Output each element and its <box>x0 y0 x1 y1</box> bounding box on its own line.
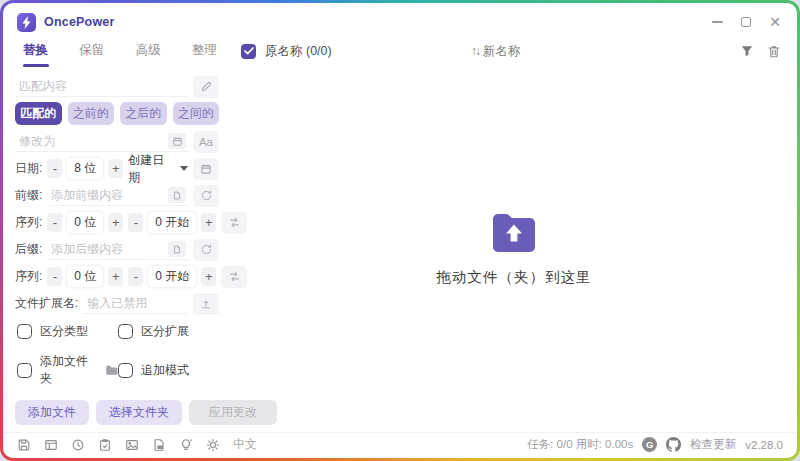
tab-bar: 替换 保留 高级 整理 <box>3 42 231 61</box>
calendar-icon[interactable] <box>168 133 186 149</box>
date-source-select[interactable]: 创建日期 <box>128 152 188 186</box>
original-name-header[interactable]: 原名称 (0/0) <box>265 43 332 60</box>
prefix-seq-start-minus-button[interactable]: - <box>128 213 143 232</box>
checkbox-icon[interactable] <box>118 324 133 339</box>
date-calendar-button[interactable] <box>193 158 219 180</box>
checkbox-icon[interactable] <box>17 324 32 339</box>
tab-organize[interactable]: 整理 <box>192 42 217 61</box>
trash-icon[interactable] <box>767 44 781 59</box>
date-label: 日期: <box>15 160 42 177</box>
app-title: OncePower <box>44 15 115 29</box>
language-switcher[interactable]: 中文 <box>233 436 257 453</box>
window-controls: ✕ <box>712 15 781 29</box>
lamp-icon[interactable] <box>179 438 193 452</box>
edit-icon[interactable] <box>193 76 219 98</box>
mode-matched-button[interactable]: 匹配的 <box>15 102 62 125</box>
folder-upload-icon <box>489 210 539 253</box>
option-add-folder[interactable]: 添加文件夹 <box>17 353 118 387</box>
sort-icon[interactable]: ↑↓ <box>471 44 479 58</box>
checkbox-icon[interactable] <box>118 363 133 378</box>
date-digits-minus-button[interactable]: - <box>47 159 62 178</box>
gitee-icon[interactable]: G <box>642 437 657 452</box>
extension-input[interactable] <box>83 293 188 314</box>
maximize-icon[interactable] <box>741 17 751 27</box>
prefix-seq-digits-minus-button[interactable]: - <box>47 213 62 232</box>
image-icon[interactable] <box>125 438 139 452</box>
prefix-refresh-icon[interactable] <box>193 185 219 207</box>
match-mode-group: 匹配的 之前的 之后的 之间的 <box>15 102 219 125</box>
prefix-seq-digits-plus-button[interactable]: + <box>108 213 123 232</box>
status-bar: 中文 任务: 0/0 用时: 0.00s G 检查更新 v2.28.0 <box>3 432 797 458</box>
check-update-link[interactable]: 检查更新 <box>690 437 736 452</box>
prefix-label: 前缀: <box>15 187 42 204</box>
action-buttons: 添加文件 选择文件夹 应用更改 <box>15 400 261 425</box>
replace-input[interactable] <box>15 131 168 151</box>
file-icon[interactable] <box>168 241 186 257</box>
prefix-sequence-row: 序列: - 0 位 + - 0 开始 + <box>15 211 219 234</box>
file-icon[interactable] <box>168 187 186 203</box>
prefix-row: 前缀: <box>15 184 219 207</box>
extension-label: 文件扩展名: <box>15 295 78 312</box>
minimize-icon[interactable] <box>712 21 723 23</box>
chevron-down-icon <box>180 166 188 171</box>
theme-sun-icon[interactable] <box>206 438 220 452</box>
option-append-mode[interactable]: 追加模式 <box>118 353 219 387</box>
clipboard-icon[interactable] <box>98 438 112 452</box>
date-digits-plus-button[interactable]: + <box>108 159 123 178</box>
prefix-seq-digits-value: 0 位 <box>67 212 103 233</box>
mode-after-button[interactable]: 之后的 <box>120 102 167 125</box>
app-window-inner: OncePower ✕ 替换 保留 高级 整理 原名称 (0/0) ↑↓ 新名称 <box>3 3 797 458</box>
suffix-seq-label: 序列: <box>15 268 42 285</box>
suffix-refresh-icon[interactable] <box>193 239 219 261</box>
app-logo-icon <box>17 13 36 32</box>
suffix-seq-digits-plus-button[interactable]: + <box>108 267 123 286</box>
prefix-input[interactable] <box>47 185 168 205</box>
save-icon[interactable] <box>17 438 31 452</box>
option-distinguish-type[interactable]: 区分类型 <box>17 323 118 340</box>
checkbox-icon[interactable] <box>17 363 32 378</box>
github-icon[interactable] <box>666 437 681 452</box>
suffix-seq-digits-minus-button[interactable]: - <box>47 267 62 286</box>
layout-icon[interactable] <box>44 438 58 452</box>
case-toggle-button[interactable]: Aa <box>193 131 219 153</box>
option-distinguish-extension[interactable]: 区分扩展 <box>118 323 219 340</box>
file-list-panel: 拖动文件（夹）到这里 <box>231 65 797 432</box>
select-all-checkbox[interactable] <box>241 44 256 59</box>
new-name-header-group[interactable]: ↑↓ 新名称 <box>471 43 521 60</box>
mode-between-button[interactable]: 之间的 <box>173 102 220 125</box>
mode-before-button[interactable]: 之前的 <box>68 102 115 125</box>
suffix-seq-start-value: 0 开始 <box>148 266 196 287</box>
date-digits-value: 8 位 <box>67 158 103 179</box>
filter-icon[interactable] <box>740 44 754 58</box>
file-info-icon[interactable] <box>152 438 166 452</box>
choose-folder-button[interactable]: 选择文件夹 <box>96 400 182 425</box>
version-label: v2.28.0 <box>745 439 783 451</box>
suffix-row: 后缀: <box>15 238 219 261</box>
tab-advanced[interactable]: 高级 <box>136 42 161 61</box>
tab-keep[interactable]: 保留 <box>79 42 104 61</box>
file-list-header: 原名称 (0/0) ↑↓ 新名称 <box>231 43 797 60</box>
suffix-sequence-row: 序列: - 0 位 + - 0 开始 + <box>15 265 219 288</box>
suffix-input[interactable] <box>47 239 168 259</box>
app-window: OncePower ✕ 替换 保留 高级 整理 原名称 (0/0) ↑↓ 新名称 <box>0 0 800 461</box>
suffix-seq-start-plus-button[interactable]: + <box>201 267 216 286</box>
task-info: 任务: 0/0 用时: 0.00s <box>527 437 633 452</box>
title-bar: OncePower ✕ <box>3 3 797 33</box>
dropzone[interactable]: 拖动文件（夹）到这里 <box>231 65 797 432</box>
suffix-seq-start-minus-button[interactable]: - <box>128 267 143 286</box>
match-input[interactable] <box>15 76 188 97</box>
prefix-seq-start-value: 0 开始 <box>148 212 196 233</box>
extension-export-icon[interactable] <box>193 293 219 315</box>
close-icon[interactable]: ✕ <box>769 15 781 29</box>
options-group: 区分类型 区分扩展 添加文件夹 追加模式 <box>17 323 219 387</box>
extension-row: 文件扩展名: <box>15 292 219 315</box>
folder-icon <box>105 364 118 376</box>
add-files-button[interactable]: 添加文件 <box>15 400 89 425</box>
suffix-label: 后缀: <box>15 241 42 258</box>
tab-replace[interactable]: 替换 <box>23 42 48 61</box>
prefix-seq-start-plus-button[interactable]: + <box>201 213 216 232</box>
suffix-seq-digits-value: 0 位 <box>67 266 103 287</box>
dropzone-text: 拖动文件（夹）到这里 <box>437 268 592 287</box>
header-row: 替换 保留 高级 整理 原名称 (0/0) ↑↓ 新名称 <box>3 37 797 65</box>
history-icon[interactable] <box>71 438 85 452</box>
